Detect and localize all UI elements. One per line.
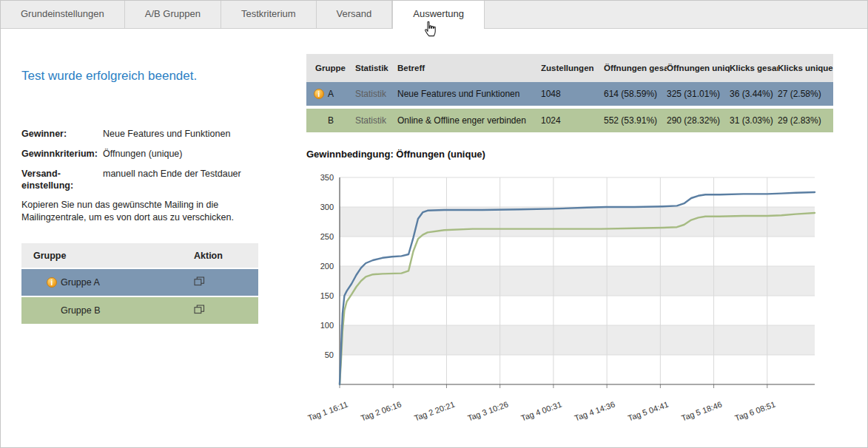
col-gruppe: Gruppe: [21, 251, 173, 261]
winner-value: Neue Features und Funktionen: [103, 128, 260, 140]
tab-auswertung[interactable]: Auswertung: [392, 1, 485, 29]
result-row-a[interactable]: i A Statistik Neue Features und Funktion…: [306, 82, 833, 106]
svg-text:Tag 1 16:11: Tag 1 16:11: [306, 400, 349, 421]
col-statistik: Statistik: [355, 60, 397, 76]
info-icon: i: [47, 277, 57, 288]
chart-title: Gewinnbedingung: Öffnungen (unique): [306, 149, 833, 160]
svg-text:350: 350: [320, 173, 334, 182]
klicks-unique-a: 27 (2.58%): [778, 89, 833, 99]
col-zustellungen: Zustellungen: [541, 60, 604, 76]
betreff-b: Online & Offline enger verbinden: [397, 115, 541, 126]
group-a-label: Gruppe A: [61, 277, 100, 288]
results-table: Gruppe Statistik Betreff Zustellungen Öf…: [306, 54, 833, 132]
ab-test-evaluation-page: Grundeinstellungen A/B Gruppen Testkrite…: [0, 0, 868, 448]
svg-text:Tag 2 06:16: Tag 2 06:16: [360, 400, 403, 421]
col-klicks-unique: Klicks unique: [778, 60, 833, 76]
tab-ab-gruppen[interactable]: A/B Gruppen: [125, 1, 221, 28]
info-icon: i: [314, 89, 324, 99]
group-table-header: Gruppe Aktion: [21, 243, 258, 268]
svg-text:150: 150: [320, 291, 334, 300]
svg-text:Tag 2 20:21: Tag 2 20:21: [413, 400, 456, 421]
col-aktion: Aktion: [173, 251, 258, 261]
group-b-label: Gruppe B: [61, 305, 101, 316]
oeffnungen-gesamt-b: 552 (53.91%): [604, 115, 667, 126]
group-a-id: A: [328, 89, 334, 99]
results-table-header: Gruppe Statistik Betreff Zustellungen Öf…: [306, 54, 833, 82]
col-gruppe: Gruppe: [306, 60, 355, 76]
svg-text:Tag 4 00:31: Tag 4 00:31: [519, 400, 562, 421]
result-row-b[interactable]: B Statistik Online & Offline enger verbi…: [306, 109, 833, 132]
criterion-value: Öffnungen (unique): [103, 148, 260, 160]
dispatch-label: Versand-einstellung:: [21, 168, 103, 191]
criterion-label: Gewinnkriterium:: [21, 148, 103, 160]
tab-testkriterium[interactable]: Testkriterium: [221, 1, 317, 28]
statistik-link-b[interactable]: Statistik: [355, 115, 397, 126]
chart-block: Gewinnbedingung: Öffnungen (unique) 5010…: [306, 149, 833, 424]
instruction-note: Kopieren Sie nun das gewünschte Mailing …: [21, 199, 258, 224]
svg-text:300: 300: [320, 203, 334, 211]
left-panel: Test wurde erfolgreich beendet. Gewinner…: [21, 69, 260, 324]
group-row-a[interactable]: i Gruppe A: [21, 269, 258, 296]
tab-versand[interactable]: Versand: [317, 1, 393, 28]
winner-chart: 50100150200250300350Tag 1 16:11Tag 2 06:…: [306, 166, 824, 421]
svg-text:Tag 5 18:46: Tag 5 18:46: [680, 400, 723, 421]
klicks-gesamt-b: 31 (3.03%): [730, 115, 778, 126]
zustellungen-b: 1024: [541, 115, 604, 126]
copy-action-icon[interactable]: [194, 276, 205, 286]
dispatch-value: manuell nach Ende der Testdauer: [103, 168, 260, 191]
klicks-gesamt-a: 36 (3.44%): [730, 89, 778, 99]
col-oeffnungen-gesamt: Öffnungen gesamt: [604, 60, 667, 76]
winner-label: Gewinner:: [21, 128, 103, 140]
betreff-a: Neue Features und Funktionen: [397, 89, 541, 99]
col-oeffnungen-unique: Öffnungen unique: [667, 60, 730, 76]
group-row-b[interactable]: Gruppe B: [21, 297, 258, 324]
svg-text:Tag 4 14:36: Tag 4 14:36: [573, 400, 616, 421]
oeffnungen-gesamt-a: 614 (58.59%): [604, 89, 667, 99]
svg-text:Tag 6 08:51: Tag 6 08:51: [733, 400, 776, 421]
svg-text:Tag 3 10:26: Tag 3 10:26: [466, 400, 509, 421]
group-b-id: B: [328, 115, 334, 126]
success-message: Test wurde erfolgreich beendet.: [21, 69, 260, 84]
svg-text:100: 100: [320, 321, 334, 330]
klicks-unique-b: 29 (2.83%): [778, 115, 833, 126]
tab-bar: Grundeinstellungen A/B Gruppen Testkrite…: [1, 1, 867, 29]
oeffnungen-unique-b: 290 (28.32%): [667, 115, 730, 126]
col-klicks-gesamt: Klicks gesamt: [730, 60, 778, 76]
col-betreff: Betreff: [397, 60, 541, 76]
zustellungen-a: 1048: [541, 89, 604, 99]
svg-text:50: 50: [325, 350, 334, 359]
tab-grundeinstellungen[interactable]: Grundeinstellungen: [1, 1, 125, 28]
summary-fields: Gewinner: Neue Features und Funktionen G…: [21, 128, 260, 191]
svg-text:250: 250: [320, 232, 334, 241]
copy-action-icon[interactable]: [194, 305, 205, 314]
svg-text:Tag 5 04:41: Tag 5 04:41: [627, 400, 670, 421]
oeffnungen-unique-a: 325 (31.01%): [667, 89, 730, 99]
statistik-link-a[interactable]: Statistik: [355, 89, 397, 99]
group-table: Gruppe Aktion i Gruppe A: [21, 243, 258, 324]
svg-text:200: 200: [320, 262, 334, 271]
